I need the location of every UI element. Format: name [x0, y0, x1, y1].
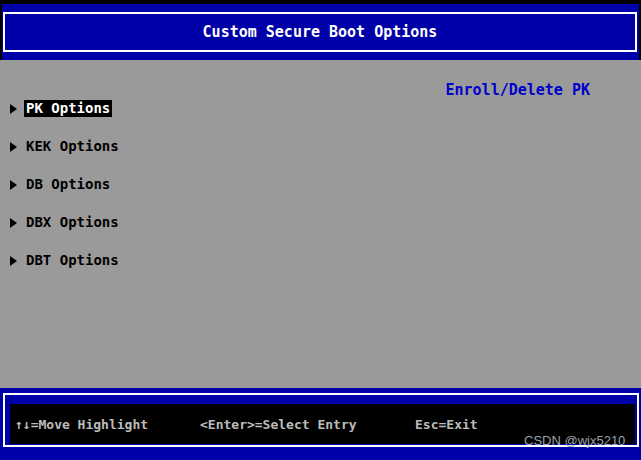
bios-screen: Custom Secure Boot Options Enroll/Delete… [0, 0, 641, 460]
submenu-arrow-icon [10, 180, 17, 190]
footer-bar: ↑↓=Move Highlight <Enter>=Select Entry E… [0, 388, 641, 460]
title-box: Custom Secure Boot Options [3, 12, 637, 52]
help-text: Enroll/Delete PK [446, 81, 591, 99]
submenu-arrow-icon [10, 256, 17, 266]
menu-item-label: KEK Options [24, 138, 121, 155]
menu-item-pk-options[interactable]: PK Options [10, 100, 121, 117]
menu-item-label: DBT Options [24, 252, 121, 269]
submenu-arrow-icon [10, 142, 17, 152]
menu-item-dbx-options[interactable]: DBX Options [10, 214, 121, 231]
key-hint-exit: Esc=Exit [415, 417, 478, 432]
csdn-watermark: CSDN @wjx5210 [524, 433, 625, 448]
main-area: Enroll/Delete PK PK Options KEK Options … [0, 60, 641, 388]
menu-item-db-options[interactable]: DB Options [10, 176, 121, 193]
secure-boot-menu: PK Options KEK Options DB Options DBX Op… [10, 100, 121, 290]
key-hint-select-entry: <Enter>=Select Entry [200, 417, 357, 432]
page-title: Custom Secure Boot Options [203, 23, 438, 41]
menu-item-kek-options[interactable]: KEK Options [10, 138, 121, 155]
submenu-arrow-icon [10, 218, 17, 228]
menu-item-label: PK Options [24, 100, 112, 117]
menu-item-label: DBX Options [24, 214, 121, 231]
menu-item-dbt-options[interactable]: DBT Options [10, 252, 121, 269]
title-bar: Custom Secure Boot Options [2, 4, 639, 60]
submenu-arrow-icon [10, 104, 17, 114]
menu-item-label: DB Options [24, 176, 112, 193]
key-hint-move-highlight: ↑↓=Move Highlight [15, 417, 148, 432]
